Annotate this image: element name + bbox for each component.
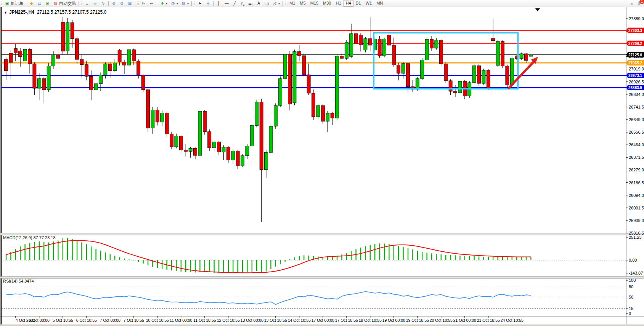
candle-body: [501, 42, 504, 66]
axis-tick-label: 26464.0: [629, 142, 644, 147]
candle-body: [359, 35, 363, 45]
candle-body: [368, 38, 372, 45]
periods-button[interactable]: ◷▾: [169, 0, 180, 6]
candle-body: [406, 64, 410, 87]
price-tag-label: 27125.0: [628, 53, 642, 57]
time-tick-label: 19 Oct 18:55: [406, 318, 429, 323]
text-button[interactable]: A: [255, 0, 263, 6]
rsi-label: RSI(14) 54.8474: [3, 279, 34, 283]
new-order-button[interactable]: ▣ 新订单: [3, 0, 25, 6]
zoom-out-button[interactable]: ⊖: [118, 0, 126, 6]
tile-windows-icon: ▦: [127, 1, 132, 6]
timeframe-m5[interactable]: M5: [297, 0, 308, 7]
text-label-button[interactable]: ⬚T: [263, 0, 271, 6]
candle-body: [222, 147, 225, 152]
arrows-button[interactable]: ⤮▾: [271, 0, 281, 6]
indicators-button[interactable]: ✚▾: [158, 0, 169, 6]
axis-tick-label: 26371.5: [629, 155, 644, 160]
time-tick-label: 18 Oct 10:55: [359, 318, 382, 323]
horizontal-line-button[interactable]: —: [223, 0, 231, 6]
pane-divider[interactable]: [0, 233, 644, 235]
zoom-in-button[interactable]: ⊕: [110, 0, 118, 6]
toolbar: ▣ 新订单 ◆ ▤ ◉ ◍ 自动交易 ⌶ ⌹ ∿ ⊕ ⊖ ▦ ⊳ ⥛ ✚▾ ◷▾…: [0, 0, 644, 7]
templates-button[interactable]: ▨▾: [180, 0, 190, 6]
chart-canvas[interactable]: 27389.027296.527204.027111.527019.026926…: [0, 7, 644, 326]
vertical-line-button[interactable]: │: [215, 0, 223, 6]
candle-body: [231, 151, 235, 160]
bar-chart-button[interactable]: ⌶: [83, 0, 91, 6]
candle-body: [430, 39, 434, 48]
terminal-button[interactable]: ▤: [35, 0, 43, 6]
time-tick-label: 7 Oct 18:55: [124, 318, 144, 323]
candle-body: [66, 22, 69, 51]
candle-body: [146, 90, 150, 128]
autotrading-button[interactable]: ◍ 自动交易: [51, 0, 77, 6]
toolbar-grip[interactable]: [1, 1, 2, 6]
candle-body: [387, 35, 391, 45]
time-tick-label: 5 Oct 18:55: [53, 318, 73, 323]
price-tag-label: 26883.5: [628, 86, 642, 90]
timeframe-m1[interactable]: M1: [287, 0, 297, 7]
chart-ohlc-values: 27112.5 27157.5 27107.5 27125.0: [37, 10, 107, 15]
candle-body: [326, 113, 329, 121]
pane-divider[interactable]: [0, 276, 644, 278]
trendline-button[interactable]: ╱: [231, 0, 239, 6]
candle-body: [354, 34, 358, 44]
candle-body: [132, 50, 135, 61]
new-order-icon: ▣: [5, 1, 10, 6]
cursor-icon: ➤: [198, 1, 202, 6]
signals-button[interactable]: ◉: [43, 0, 51, 6]
timeframe-h1[interactable]: H1: [333, 0, 343, 7]
candle-body: [279, 78, 282, 105]
channel-button[interactable]: ⫽E: [239, 0, 247, 6]
crosshair-button[interactable]: ┼: [204, 0, 212, 6]
candle-body: [5, 59, 8, 70]
auto-scroll-button[interactable]: ⊳: [140, 0, 148, 6]
candle-body: [364, 38, 367, 50]
candle-body: [477, 66, 481, 84]
tile-windows-button[interactable]: ▦: [126, 0, 134, 6]
candle-body: [288, 54, 292, 104]
charts-cube-button[interactable]: ◆: [27, 0, 35, 6]
candle-body: [454, 91, 457, 93]
search-icon[interactable]: ⌕: [630, 1, 634, 6]
chart-dropdown-icon[interactable]: ▼: [4, 11, 7, 14]
line-chart-button[interactable]: ∿: [99, 0, 107, 6]
time-tick-label: 19 Oct 00:00: [382, 318, 405, 323]
candle-body: [104, 64, 107, 75]
timeframe-w1[interactable]: W1: [363, 0, 374, 7]
timeframe-m30[interactable]: M30: [321, 0, 333, 7]
candle-body: [321, 105, 324, 121]
candle-body: [90, 76, 93, 90]
candle-body: [482, 70, 485, 83]
mt4-terminal: ▣ 新订单 ◆ ▤ ◉ ◍ 自动交易 ⌶ ⌹ ∿ ⊕ ⊖ ▦ ⊳ ⥛ ✚▾ ◷▾…: [0, 0, 644, 326]
chat-button[interactable]: ❥ 1: [637, 1, 642, 6]
time-tick-label: 17 Oct 00:00: [312, 318, 334, 323]
candle-body: [260, 102, 263, 170]
candle-body: [75, 39, 79, 59]
candle-body: [71, 22, 74, 38]
candle-body: [47, 66, 50, 89]
fibonacci-button[interactable]: ☰F: [247, 0, 255, 6]
chart-window: ▼JPN225-,H4 27112.5 27157.5 27107.5 2712…: [0, 7, 644, 326]
arrows-icon: ⤮: [272, 1, 277, 6]
timeframe-m15[interactable]: M15: [308, 0, 321, 7]
axis-tick-label: 27389.0: [629, 16, 644, 21]
vertical-line-icon: │: [216, 1, 221, 6]
text-icon: A: [256, 1, 261, 6]
cursor-button[interactable]: ➤: [196, 0, 204, 6]
chart-shift-button[interactable]: ⥛: [148, 0, 156, 6]
candle-body: [236, 151, 239, 166]
candlestick-chart-button[interactable]: ⌹: [91, 0, 99, 6]
candle-body: [156, 110, 159, 122]
time-tick-label: 13 Oct 18:55: [264, 318, 287, 323]
candle-body: [312, 93, 315, 117]
timeframe-d1[interactable]: D1: [353, 0, 363, 7]
candle-body: [80, 59, 84, 65]
timeframe-h4[interactable]: H4: [344, 0, 353, 7]
candle-body: [458, 81, 462, 93]
timeframe-mn[interactable]: MN: [374, 0, 385, 7]
bottom-strip: [0, 324, 644, 326]
price-axis[interactable]: 27389.027296.527204.027111.527019.026926…: [626, 16, 644, 316]
candle-body: [487, 70, 490, 88]
